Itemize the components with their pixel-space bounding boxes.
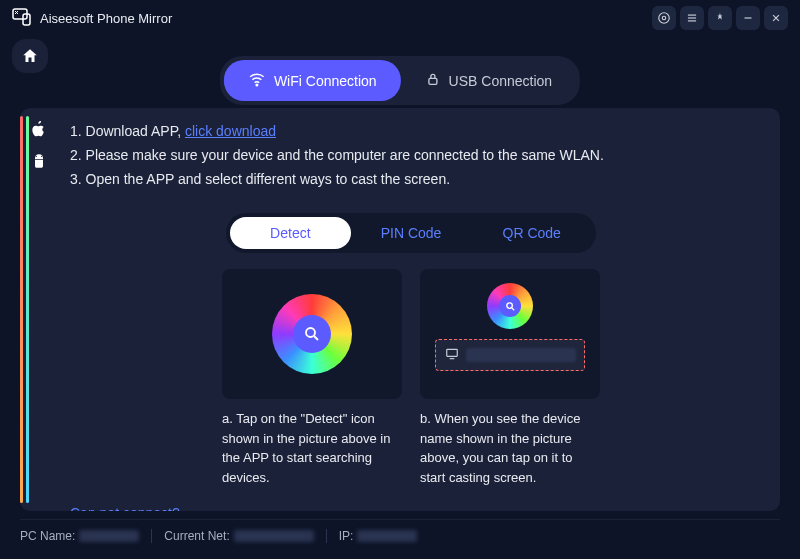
- status-pc: PC Name:: [20, 529, 139, 543]
- status-sep: [326, 529, 327, 543]
- spectrum-ring-small-icon: [487, 283, 533, 329]
- home-button[interactable]: [12, 39, 48, 73]
- menu-button[interactable]: [680, 6, 704, 30]
- subtab-detect[interactable]: Detect: [230, 217, 351, 249]
- subtab-qr[interactable]: QR Code: [471, 217, 592, 249]
- app-logo-icon: [12, 8, 32, 29]
- subtab-pin[interactable]: PIN Code: [351, 217, 472, 249]
- content: 1. Download APP, click download 2. Pleas…: [50, 108, 780, 511]
- spectrum-ring-icon: [272, 294, 352, 374]
- tab-wifi[interactable]: WiFi Connection: [224, 60, 401, 101]
- step-3: 3. Open the APP and select different way…: [70, 168, 752, 192]
- minimize-button[interactable]: [736, 6, 760, 30]
- android-icon[interactable]: [28, 150, 50, 172]
- connection-tabs: WiFi Connection USB Connection: [220, 56, 580, 105]
- steps-list: 1. Download APP, click download 2. Pleas…: [70, 120, 752, 191]
- card-a-text: a. Tap on the "Detect" icon shown in the…: [222, 409, 402, 487]
- card-b-text: b. When you see the device name shown in…: [420, 409, 600, 487]
- app-title: Aiseesoft Phone Mirror: [40, 11, 172, 26]
- detect-search-small-icon: [499, 295, 521, 317]
- device-row: [435, 339, 585, 371]
- card-a-image: [222, 269, 402, 399]
- monitor-icon: [444, 347, 460, 364]
- apple-icon[interactable]: [28, 118, 50, 140]
- tab-usb-label: USB Connection: [449, 73, 553, 89]
- method-tabs: Detect PIN Code QR Code: [226, 213, 596, 253]
- svg-line-15: [511, 308, 513, 310]
- card-a: a. Tap on the "Detect" icon shown in the…: [222, 269, 402, 487]
- rail-accent-android: [26, 116, 29, 503]
- svg-point-12: [306, 328, 315, 337]
- status-net: Current Net:: [164, 529, 313, 543]
- statusbar: PC Name: Current Net: IP:: [20, 519, 780, 545]
- step-2: 2. Please make sure your device and the …: [70, 144, 752, 168]
- titlebar-left: Aiseesoft Phone Mirror: [12, 8, 172, 29]
- lock-icon: [425, 71, 441, 90]
- pin-button[interactable]: [708, 6, 732, 30]
- wifi-icon: [248, 70, 266, 91]
- close-button[interactable]: [764, 6, 788, 30]
- svg-point-2: [659, 13, 670, 24]
- card-b-image: [420, 269, 600, 399]
- cannot-connect-link[interactable]: Can not connect?: [70, 505, 180, 511]
- detect-search-icon: [293, 315, 331, 353]
- os-rail: [20, 108, 50, 511]
- device-name-blur: [466, 348, 576, 362]
- titlebar-actions: [652, 6, 788, 30]
- svg-point-3: [662, 16, 666, 20]
- svg-rect-11: [429, 78, 437, 84]
- tab-wifi-label: WiFi Connection: [274, 73, 377, 89]
- ip-blur: [357, 530, 417, 542]
- step-1: 1. Download APP, click download: [70, 120, 752, 144]
- rail-accent-ios: [20, 116, 23, 503]
- status-ip: IP:: [339, 529, 418, 543]
- pc-name-blur: [79, 530, 139, 542]
- tab-usb[interactable]: USB Connection: [401, 60, 577, 101]
- svg-rect-16: [447, 349, 458, 356]
- main-panel: 1. Download APP, click download 2. Pleas…: [20, 108, 780, 511]
- download-link[interactable]: click download: [185, 123, 276, 139]
- svg-point-14: [506, 303, 512, 309]
- card-b: b. When you see the device name shown in…: [420, 269, 600, 487]
- svg-point-10: [256, 84, 258, 86]
- instruction-cards: a. Tap on the "Detect" icon shown in the…: [70, 269, 752, 487]
- net-name-blur: [234, 530, 314, 542]
- svg-line-13: [314, 337, 318, 341]
- titlebar: Aiseesoft Phone Mirror: [0, 0, 800, 36]
- status-sep: [151, 529, 152, 543]
- feedback-button[interactable]: [652, 6, 676, 30]
